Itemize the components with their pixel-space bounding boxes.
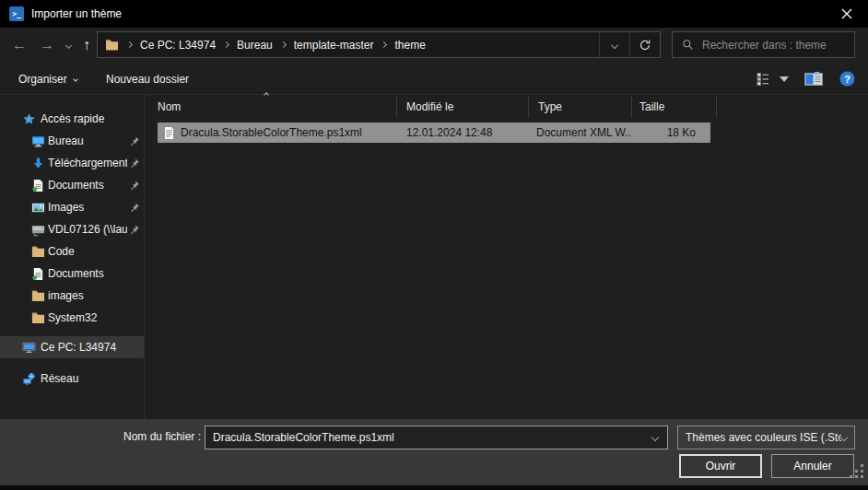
column-header-label: Taille (639, 100, 664, 113)
preview-pane-icon (804, 72, 823, 86)
folder-icon (105, 39, 119, 51)
sidebar-item-label: Téléchargements (48, 157, 127, 169)
column-header-label: Nom (158, 100, 181, 113)
quick-access-star-icon (22, 112, 36, 126)
breadcrumb-chevron-icon (280, 41, 287, 48)
svg-text:?: ? (844, 74, 850, 85)
file-type: Document XML W... (529, 126, 632, 139)
window-bottom-edge (0, 485, 868, 490)
breadcrumb-segment[interactable]: Ce PC: L34974 (140, 39, 216, 52)
sidebar-item-documents[interactable]: Documents (0, 174, 144, 196)
new-folder-button[interactable]: Nouveau dossier (106, 63, 189, 95)
column-headers: Nom Modifié le Type Taille (145, 96, 717, 118)
sidebar-item-documents-2[interactable]: Documents (0, 262, 144, 285)
breadcrumb-chevron-icon (381, 41, 387, 48)
resize-grip[interactable] (850, 464, 863, 478)
open-button-label: Ouvrir (706, 460, 736, 472)
organize-button[interactable]: Organiser (18, 63, 77, 95)
chevron-down-icon (651, 434, 659, 441)
pin-icon (129, 135, 140, 146)
sidebar-item-label: Images (48, 201, 127, 214)
pin-icon (129, 224, 140, 235)
sidebar-item-label: Ce PC: L34974 (41, 341, 127, 354)
sidebar-item-images-folder[interactable]: images (0, 285, 144, 307)
help-icon: ? (839, 71, 855, 87)
column-header-name[interactable]: Nom (145, 96, 397, 118)
file-name-cell: Dracula.StorableColorTheme.ps1xml (158, 126, 397, 140)
import-theme-dialog: >_ Importer un thème ← → ↑ Ce PC: L34974… (0, 0, 868, 490)
organize-label: Organiser (18, 73, 67, 86)
filename-value: Dracula.StorableColorTheme.ps1xml (213, 431, 652, 444)
views-list-icon (756, 72, 770, 87)
search-placeholder: Rechercher dans : theme (702, 39, 827, 52)
sidebar-item-code[interactable]: Code (0, 240, 144, 262)
file-list: Nom Modifié le Type Taille Dracula.Stora… (144, 95, 868, 419)
folder-icon (31, 311, 45, 325)
new-folder-label: Nouveau dossier (106, 73, 189, 86)
sidebar-item-network-drive[interactable]: VDL07126 (\\laus (0, 218, 144, 240)
breadcrumb: Ce PC: L34974 Bureau template-master the… (98, 32, 599, 57)
column-header-type[interactable]: Type (529, 96, 632, 118)
chevron-down-icon (611, 41, 618, 48)
network-icon (22, 372, 36, 386)
views-dropdown-button[interactable] (776, 63, 792, 95)
file-name: Dracula.StorableColorTheme.ps1xml (181, 126, 362, 139)
sidebar-item-quick-access[interactable]: Accès rapide (0, 108, 144, 130)
file-row-selected[interactable]: Dracula.StorableColorTheme.ps1xml 12.01.… (158, 122, 710, 143)
column-header-modified[interactable]: Modifié le (397, 96, 529, 118)
forward-arrow-icon: → (40, 37, 54, 53)
column-header-size[interactable]: Taille (632, 96, 717, 118)
navigation-bar: ← → ↑ Ce PC: L34974 Bureau template-mast… (0, 28, 868, 63)
back-button[interactable]: ← (7, 28, 31, 63)
close-icon (841, 8, 852, 19)
search-input[interactable]: Rechercher dans : theme (672, 31, 855, 58)
pin-icon (129, 180, 140, 191)
breadcrumb-segment[interactable]: Bureau (237, 39, 273, 52)
pictures-icon (31, 201, 45, 215)
breadcrumb-chevron-icon (223, 41, 229, 48)
sidebar-item-downloads[interactable]: Téléchargements (0, 152, 144, 174)
open-button[interactable]: Ouvrir (679, 454, 762, 478)
search-icon (682, 39, 694, 51)
filename-input[interactable]: Dracula.StorableColorTheme.ps1xml (205, 426, 668, 449)
sidebar-item-label: VDL07126 (\\laus (48, 223, 127, 236)
sidebar-item-network[interactable]: Réseau (0, 368, 144, 390)
column-header-label: Modifié le (406, 100, 453, 113)
document-icon (31, 179, 45, 192)
filetype-select[interactable]: Thèmes avec couleurs ISE (.Stor (677, 426, 855, 449)
footer-panel: Nom du fichier : Dracula.StorableColorTh… (0, 419, 868, 485)
address-bar[interactable]: Ce PC: L34974 Bureau template-master the… (97, 31, 661, 58)
folder-icon (31, 245, 45, 259)
desktop-icon (31, 134, 45, 148)
breadcrumb-segment[interactable]: theme (394, 39, 425, 52)
chevron-down-icon (840, 434, 848, 441)
powershell-icon: >_ (9, 6, 24, 21)
views-button[interactable] (752, 63, 774, 95)
breadcrumb-segment[interactable]: template-master (294, 39, 374, 52)
sidebar-item-label: Documents (48, 179, 127, 192)
sidebar-item-label: Bureau (48, 134, 127, 147)
sidebar-item-label: images (48, 289, 127, 302)
computer-icon (22, 341, 36, 355)
cancel-button[interactable]: Annuler (771, 454, 854, 478)
sidebar: Accès rapide Bureau Téléchargements (0, 95, 144, 419)
breadcrumb-chevron-icon (126, 41, 133, 48)
close-button[interactable] (833, 4, 861, 24)
help-button[interactable]: ? (837, 63, 857, 95)
filename-label: Nom du fichier : (55, 430, 201, 443)
forward-button[interactable]: → (35, 28, 59, 63)
filetype-value: Thèmes avec couleurs ISE (.Stor (686, 431, 841, 444)
preview-pane-button[interactable] (803, 63, 825, 95)
sidebar-item-desktop[interactable]: Bureau (0, 130, 144, 152)
sidebar-item-label: Accès rapide (41, 112, 127, 125)
sidebar-item-system32[interactable]: System32 (0, 307, 144, 329)
file-size: 18 Ko (632, 126, 710, 139)
sidebar-item-this-pc[interactable]: Ce PC: L34974 (0, 336, 144, 358)
sidebar-item-pictures[interactable]: Images (0, 196, 144, 218)
up-button[interactable]: ↑ (76, 28, 98, 63)
address-dropdown-button[interactable] (599, 32, 629, 57)
sidebar-item-label: System32 (48, 311, 127, 324)
folder-icon (31, 289, 45, 303)
refresh-button[interactable] (629, 32, 660, 57)
recent-locations-button[interactable] (61, 28, 76, 63)
